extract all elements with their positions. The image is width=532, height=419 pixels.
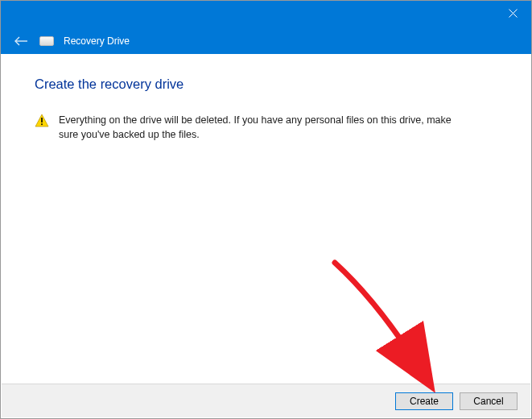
app-title: Recovery Drive: [64, 35, 130, 47]
close-icon: [509, 9, 518, 18]
warning-row: Everything on the drive will be deleted.…: [35, 113, 497, 142]
header: Recovery Drive: [1, 27, 531, 54]
content-area: Create the recovery drive Everything on …: [1, 54, 531, 142]
back-arrow-icon: [14, 35, 28, 47]
annotation-arrow: [323, 255, 460, 400]
close-button[interactable]: [495, 1, 531, 25]
footer: Create Cancel: [2, 384, 530, 417]
cancel-button[interactable]: Cancel: [460, 392, 518, 410]
svg-rect-4: [41, 118, 43, 122]
create-button[interactable]: Create: [395, 392, 453, 410]
drive-icon: [39, 36, 54, 46]
warning-triangle-icon: [35, 114, 49, 131]
svg-rect-5: [41, 123, 43, 125]
back-button[interactable]: [12, 32, 30, 50]
warning-text: Everything on the drive will be deleted.…: [59, 113, 453, 142]
page-heading: Create the recovery drive: [35, 77, 497, 92]
titlebar: [1, 1, 531, 27]
